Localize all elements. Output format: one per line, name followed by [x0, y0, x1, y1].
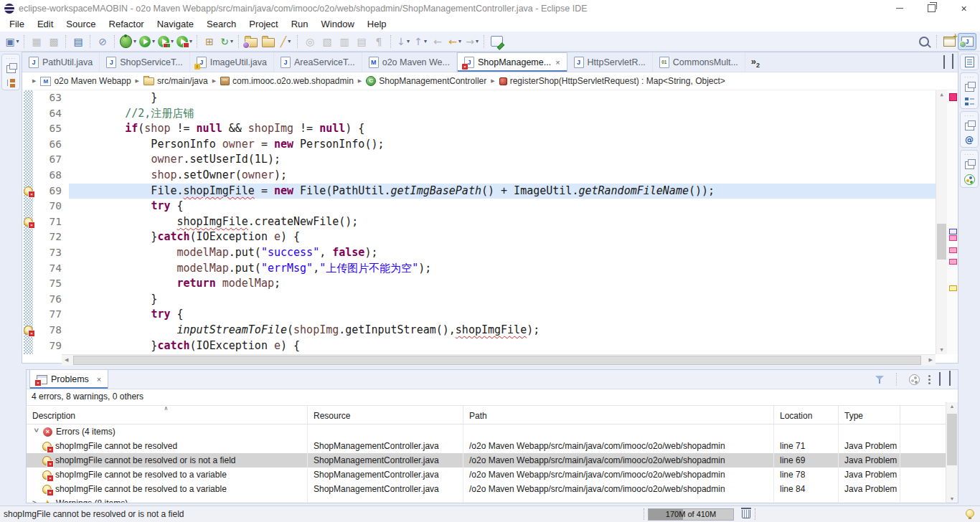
restore-icon[interactable]	[965, 123, 974, 130]
menu-navigate[interactable]: Navigate	[151, 19, 200, 29]
code-text[interactable]: shop.setOwner(owner);	[69, 168, 958, 184]
problems-group-row[interactable]: >×Errors (4 items)	[27, 424, 958, 439]
breadcrumb-item-o2o-maven-webapp[interactable]: Mo2o Maven Webapp	[40, 76, 131, 86]
vertical-scroll-thumb[interactable]	[937, 224, 946, 260]
next-annotation-button[interactable]: ↓▾	[395, 34, 412, 49]
problems-scroll-thumb[interactable]	[947, 414, 957, 465]
code-text[interactable]: owner.setUserId(1L);	[69, 152, 958, 168]
hidden-tabs-chevron[interactable]: »2	[751, 56, 760, 69]
code-text[interactable]: if(shop != null && shopImg != null) {	[69, 121, 958, 137]
notification-bulb-icon[interactable]	[966, 509, 974, 518]
menu-search[interactable]: Search	[200, 19, 242, 29]
open-type-button[interactable]	[242, 34, 260, 49]
code-text[interactable]: File.shopImgFile = new File(PathUtil.get…	[69, 184, 958, 199]
open-resource-button[interactable]	[260, 34, 277, 49]
filter-icon[interactable]	[875, 375, 885, 384]
overview-error-indicator[interactable]	[949, 93, 957, 101]
column-header-path[interactable]: Path	[463, 406, 774, 424]
menu-file[interactable]: File	[3, 19, 31, 29]
tab-areaservicet[interactable]: JAreaServiceT...	[274, 52, 362, 72]
tab-imageutil-java[interactable]: J!ImageUtil.java	[190, 52, 274, 72]
drag-handle-icon[interactable]: ····	[6, 57, 17, 60]
drag-handle-icon[interactable]: ····	[964, 153, 975, 156]
mark-occurrences-button[interactable]: ▥	[336, 34, 353, 49]
code-text[interactable]: try {	[69, 307, 958, 323]
profile-button[interactable]: ▾	[175, 34, 194, 49]
restore-icon[interactable]	[6, 65, 16, 73]
scroll-down-icon[interactable]: ▼	[946, 496, 958, 501]
overview-marker[interactable]	[949, 285, 957, 291]
tab-shopmanageme[interactable]: J×ShopManageme...×	[457, 52, 567, 72]
scroll-right-icon[interactable]: ▶	[929, 357, 933, 363]
debug-button[interactable]: ▾	[118, 34, 138, 49]
previous-annotation-button[interactable]: ↑▾	[412, 34, 429, 49]
quickfix-error-icon[interactable]	[24, 217, 33, 227]
package-explorer-icon[interactable]	[6, 78, 16, 87]
scroll-up-icon[interactable]: ▲	[946, 404, 958, 409]
code-text[interactable]: //2,注册店铺	[69, 106, 958, 122]
scroll-left-icon[interactable]: ◀	[65, 357, 68, 363]
search-button[interactable]	[916, 34, 933, 49]
code-text[interactable]: }	[69, 292, 958, 308]
declaration-icon[interactable]	[964, 174, 975, 185]
problems-row[interactable]: shopImgFile cannot be resolved to a vari…	[27, 482, 958, 496]
run-coverage-button[interactable]: ▾	[156, 34, 175, 49]
overview-marker[interactable]	[949, 229, 957, 234]
outline-icon[interactable]	[965, 97, 974, 106]
problems-group-row[interactable]: >Warnings (8 items)	[27, 496, 958, 503]
menu-run[interactable]: Run	[285, 19, 315, 29]
menu-window[interactable]: Window	[315, 19, 361, 29]
quickfix-error-icon[interactable]	[24, 186, 33, 196]
new-java-project-button[interactable]: ⊞	[201, 34, 218, 49]
column-header-description[interactable]: Description	[27, 406, 308, 424]
scroll-up-icon[interactable]: ▲	[936, 92, 947, 98]
code-text[interactable]: modelMap.put("errMsg","上传图片不能为空");	[69, 261, 958, 277]
twistie-icon[interactable]: >	[29, 428, 43, 435]
tab-close-icon[interactable]: ×	[555, 58, 560, 67]
view-menu-icon[interactable]	[928, 375, 930, 377]
code-text[interactable]: return modelMap;	[69, 276, 958, 292]
open-perspective-button[interactable]	[941, 34, 958, 49]
open-console-button[interactable]: ▤	[70, 34, 87, 49]
minimize-view-button[interactable]	[939, 373, 941, 386]
breadcrumb-root-arrow-icon[interactable]: ▶	[32, 78, 36, 84]
breadcrumb-item-shopmanagementcontro[interactable]: CShopManagementController	[366, 76, 486, 86]
overview-ruler[interactable]	[947, 90, 958, 354]
javadoc-icon[interactable]: @	[965, 136, 974, 145]
show-whitespace-button[interactable]: ¶	[370, 34, 387, 49]
menu-source[interactable]: Source	[60, 19, 102, 29]
column-header-type[interactable]: Type	[839, 406, 900, 424]
code-editor[interactable]: 63 }64 //2,注册店铺65 if(shop != null && sho…	[22, 90, 958, 354]
tab-commonsmult[interactable]: 01CommonsMult...	[653, 52, 745, 72]
menu-project[interactable]: Project	[242, 19, 284, 29]
overview-marker[interactable]	[949, 235, 957, 241]
code-text[interactable]: shopImgFile.createNewFile();	[69, 214, 958, 230]
skip-all-breakpoints-button[interactable]: ⊘	[94, 34, 111, 49]
editor-horizontal-scrollbar[interactable]: ◀ ▶	[62, 354, 936, 366]
clear-markers-button[interactable]: ▧	[319, 34, 336, 49]
show-source-button[interactable]: ▤	[353, 34, 370, 49]
save-all-button[interactable]: ▩	[45, 34, 62, 49]
breadcrumb-item-src-main-java[interactable]: src/main/java	[143, 76, 208, 86]
minimize-view-button[interactable]	[943, 56, 945, 69]
back-to-last-edit-button[interactable]: ←▾	[446, 34, 463, 49]
maximize-view-button[interactable]	[949, 373, 951, 386]
menu-edit[interactable]: Edit	[31, 19, 60, 29]
run-garbage-collector-button[interactable]	[742, 510, 750, 518]
tab-o2o-maven-we[interactable]: Mo2o Maven We...	[362, 52, 457, 72]
editor-vertical-scrollbar[interactable]: ▲ ▼	[936, 90, 947, 354]
close-window-button[interactable]: ×	[948, 0, 980, 16]
task-list-icon[interactable]	[965, 57, 974, 67]
drag-handle-icon[interactable]: ····	[964, 114, 975, 118]
code-text[interactable]: modelMap.put("success", false);	[69, 245, 958, 261]
code-text[interactable]: inputStreamToFile(shopImg.getInputStream…	[69, 323, 958, 338]
new-wizard-button[interactable]: ▣▾	[4, 34, 21, 49]
code-text[interactable]: try {	[69, 199, 958, 214]
problems-row[interactable]: shopImgFile cannot be resolvedShopManage…	[27, 439, 958, 453]
scroll-down-icon[interactable]: ▼	[936, 347, 947, 353]
update-maven-project-button[interactable]: ↻▾	[218, 34, 235, 49]
tab-close-icon[interactable]: ×	[97, 375, 101, 384]
tab-shopservicet[interactable]: JShopServiceT...	[100, 52, 190, 72]
code-text[interactable]: PersonInfo owner = new PersonInfo();	[69, 137, 958, 153]
problems-vertical-scrollbar[interactable]: ▲ ▼	[946, 402, 958, 503]
